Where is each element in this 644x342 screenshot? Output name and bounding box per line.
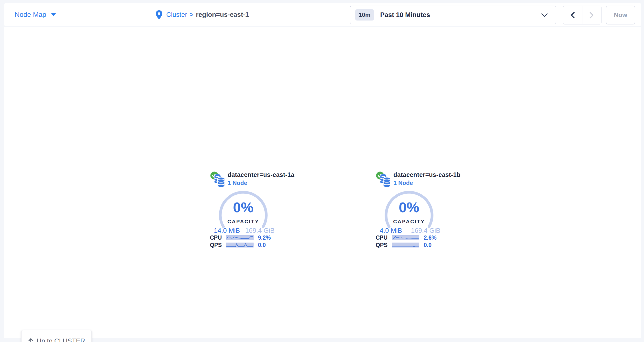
breadcrumb: Cluster > region=us-east-1 (156, 3, 249, 26)
database-stack-icon (379, 173, 392, 188)
capacity-used: 4.0 MiB (380, 227, 402, 235)
datacenter-title: datacenter=us-east-1a (228, 171, 294, 178)
caret-down-icon (51, 13, 56, 16)
breadcrumb-current: region=us-east-1 (196, 11, 249, 18)
cpu-label: CPU (373, 235, 392, 241)
chevron-right-icon (589, 11, 594, 19)
up-to-cluster-label: Up to CLUSTER (37, 337, 85, 342)
time-range-dropdown[interactable]: 10m Past 10 Minutes (350, 5, 556, 24)
cpu-value: 9.2% (258, 235, 271, 241)
cpu-value: 2.6% (424, 235, 436, 241)
header-bar: Node Map Cluster > region=us-east-1 10m … (4, 3, 641, 26)
cpu-sparkline (226, 235, 254, 240)
datacenter-node-count: 1 Node (394, 180, 413, 186)
capacity-range: 4.0 MiB 169.4 GiB (380, 227, 440, 235)
capacity-percent: 0% (383, 199, 435, 215)
cpu-sparkline (392, 235, 419, 240)
capacity-total: 169.4 GiB (245, 227, 274, 235)
capacity-used: 14.0 MiB (214, 227, 240, 235)
qps-metric-row: QPS 0.0 (373, 242, 432, 248)
qps-sparkline (226, 243, 254, 248)
arrow-up-icon (28, 338, 34, 342)
capacity-total: 169.4 GiB (411, 227, 440, 235)
cpu-metric-row: CPU 2.6% (373, 235, 436, 240)
cpu-metric-row: CPU 9.2% (207, 235, 271, 240)
capacity-range: 14.0 MiB 169.4 GiB (214, 227, 274, 235)
cpu-label: CPU (207, 235, 226, 241)
chevron-left-icon (570, 11, 575, 19)
view-selector[interactable]: Node Map (15, 3, 56, 26)
datacenter-title: datacenter=us-east-1b (394, 171, 460, 178)
qps-label: QPS (207, 242, 226, 248)
now-button[interactable]: Now (606, 5, 635, 24)
time-range-badge: 10m (355, 9, 374, 20)
qps-metric-row: QPS 0.0 (207, 242, 266, 248)
capacity-label: CAPACITY (218, 219, 269, 225)
chevron-down-icon (541, 13, 548, 17)
node-map-canvas: datacenter=us-east-1a 1 Node 0% CAPACITY… (4, 27, 641, 338)
qps-value: 0.0 (424, 242, 432, 248)
time-range-label: Past 10 Minutes (380, 11, 430, 19)
capacity-label: CAPACITY (383, 219, 435, 225)
next-time-button[interactable] (582, 6, 602, 24)
breadcrumb-separator: > (190, 11, 194, 18)
view-selector-label: Node Map (15, 11, 46, 18)
datacenter-card-us-east-1a[interactable]: datacenter=us-east-1a 1 Node 0% CAPACITY… (207, 171, 280, 251)
time-step-buttons (563, 5, 602, 24)
prev-time-button[interactable] (563, 6, 582, 24)
qps-sparkline (392, 243, 419, 248)
capacity-percent: 0% (218, 199, 269, 215)
qps-value: 0.0 (258, 242, 266, 248)
up-to-cluster-button[interactable]: Up to CLUSTER (21, 330, 92, 342)
location-pin-icon (156, 10, 162, 19)
datacenter-node-count: 1 Node (228, 180, 247, 186)
header-divider (339, 5, 339, 24)
datacenter-card-us-east-1b[interactable]: datacenter=us-east-1b 1 Node 0% CAPACITY… (373, 171, 446, 251)
qps-label: QPS (373, 242, 392, 248)
database-stack-icon (213, 173, 226, 188)
breadcrumb-cluster-link[interactable]: Cluster (166, 11, 187, 18)
